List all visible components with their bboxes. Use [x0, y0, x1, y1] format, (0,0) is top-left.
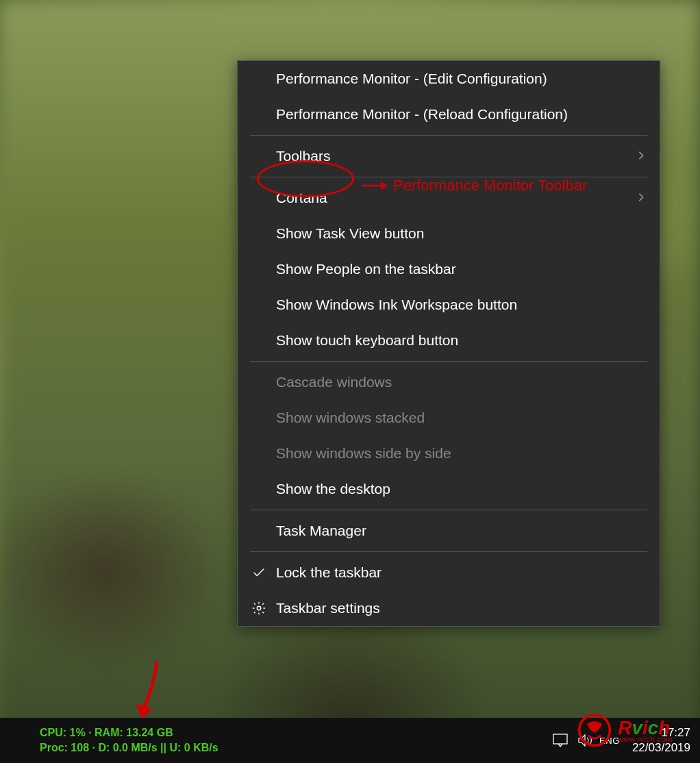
menu-show-ink[interactable]: Show Windows Ink Workspace button: [238, 287, 660, 323]
menu-separator: [250, 551, 647, 552]
menu-separator: [250, 361, 647, 362]
menu-taskbar-settings[interactable]: Taskbar settings: [238, 590, 660, 626]
taskbar[interactable]: CPU: 1% · RAM: 13.24 GB Proc: 108 · D: 0…: [0, 718, 700, 763]
menu-lock-taskbar[interactable]: Lock the taskbar: [238, 555, 660, 590]
system-tray: ENG 17:27 22/03/2019: [553, 725, 693, 755]
volume-icon[interactable]: [577, 733, 592, 748]
menu-separator: [250, 135, 647, 136]
menu-show-touch-kb[interactable]: Show touch keyboard button: [238, 323, 660, 358]
chevron-right-icon: [636, 191, 646, 205]
menu-side-by-side: Show windows side by side: [238, 436, 660, 471]
performance-monitor-widget[interactable]: CPU: 1% · RAM: 13.24 GB Proc: 108 · D: 0…: [7, 725, 218, 755]
menu-item-label: Taskbar settings: [276, 600, 380, 616]
ime-icon[interactable]: ENG: [602, 733, 617, 748]
gear-icon: [251, 601, 266, 616]
menu-item-label: Show the desktop: [276, 481, 390, 497]
menu-item-label: Lock the taskbar: [276, 564, 382, 581]
menu-item-label: Show People on the taskbar: [276, 261, 456, 277]
perf-line-2: Proc: 108 · D: 0.0 MB/s || U: 0 KB/s: [40, 740, 218, 755]
menu-item-label: Show windows stacked: [276, 410, 425, 426]
menu-item-label: Show touch keyboard button: [276, 332, 458, 349]
menu-perfmon-reload[interactable]: Performance Monitor - (Reload Configurat…: [238, 97, 660, 132]
menu-item-label: Performance Monitor - (Reload Configurat…: [276, 106, 568, 123]
chevron-right-icon: [636, 149, 646, 164]
perf-line-1: CPU: 1% · RAM: 13.24 GB: [40, 725, 218, 740]
menu-item-label: Cortana: [276, 190, 327, 206]
svg-point-0: [257, 606, 261, 610]
menu-show-desktop[interactable]: Show the desktop: [238, 471, 660, 507]
menu-item-label: Task Manager: [276, 523, 366, 539]
menu-item-label: Toolbars: [276, 148, 330, 164]
menu-item-label: Show Task View button: [276, 225, 424, 242]
menu-item-label: Performance Monitor - (Edit Configuratio…: [276, 71, 547, 87]
menu-separator: [250, 177, 647, 177]
action-center-icon[interactable]: [553, 733, 568, 748]
menu-show-people[interactable]: Show People on the taskbar: [238, 251, 660, 287]
clock-time: 17:27: [632, 725, 690, 740]
menu-separator: [250, 510, 647, 510]
clock-date: 22/03/2019: [632, 740, 690, 755]
menu-show-task-view[interactable]: Show Task View button: [238, 216, 660, 251]
taskbar-context-menu: Performance Monitor - (Edit Configuratio…: [237, 60, 660, 627]
menu-stacked-windows: Show windows stacked: [238, 400, 660, 436]
menu-perfmon-edit[interactable]: Performance Monitor - (Edit Configuratio…: [238, 61, 660, 97]
menu-task-manager[interactable]: Task Manager: [238, 513, 660, 549]
checkmark-icon: [251, 565, 266, 580]
menu-item-label: Show Windows Ink Workspace button: [276, 297, 517, 313]
svg-rect-2: [553, 734, 567, 744]
menu-toolbars[interactable]: Toolbars: [238, 138, 660, 174]
menu-item-label: Show windows side by side: [276, 445, 451, 462]
taskbar-clock[interactable]: 17:27 22/03/2019: [627, 725, 690, 755]
menu-cascade-windows: Cascade windows: [238, 364, 660, 400]
menu-item-label: Cascade windows: [276, 374, 392, 390]
menu-cortana[interactable]: Cortana: [238, 180, 660, 216]
